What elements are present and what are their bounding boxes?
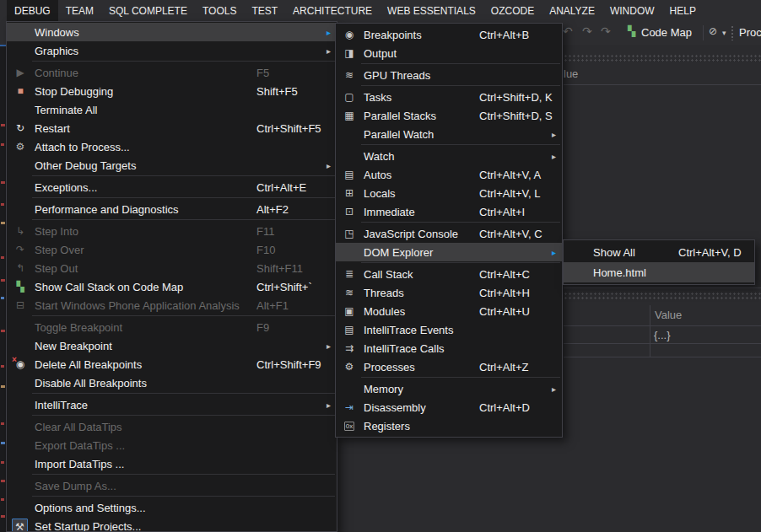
menu-item-dom-explorer[interactable]: DOM Explorer▸ [336, 243, 562, 261]
menu-item-label: Show Call Stack on Code Map [35, 281, 183, 293]
menu-item-graphics[interactable]: Graphics▸ [7, 41, 337, 60]
menu-item-attach-to-process[interactable]: ⚙Attach to Process... [7, 137, 337, 156]
menu-item-autos[interactable]: ▤AutosCtrl+Alt+V, A [336, 165, 562, 184]
menubar-item-ozcode[interactable]: OZCODE [483, 0, 542, 21]
menu-item-threads[interactable]: ≋ThreadsCtrl+Alt+H [336, 283, 562, 302]
menu-item-tasks[interactable]: ▢TasksCtrl+Shift+D, K [336, 88, 562, 106]
menubar-item-tools[interactable]: TOOLS [195, 0, 244, 21]
menu-item-label: Home.html [593, 266, 646, 279]
menu-item-label: Watch [364, 150, 394, 163]
menu-item-step-out[interactable]: ↰Step OutShift+F11 [7, 259, 337, 277]
menu-item-label: GPU Threads [364, 69, 430, 82]
menu-item-icon-empty [8, 498, 32, 517]
menu-item-toggle-breakpoint[interactable]: Toggle BreakpointF9 [7, 318, 337, 336]
menu-item-stop-debugging[interactable]: ■Stop DebuggingShift+F5 [7, 82, 337, 100]
registers-icon: 0x [337, 416, 361, 435]
menu-item-immediate[interactable]: ⊡ImmediateCtrl+Alt+I [336, 202, 562, 221]
menu-item-label: Disassembly [364, 401, 426, 414]
call-stack-icon: ≣ [337, 265, 361, 283]
javascript-console-icon: ◳ [337, 224, 361, 243]
menu-item-locals[interactable]: ⊞LocalsCtrl+Alt+V, L [336, 184, 562, 202]
step-into-icon: ↳ [8, 222, 32, 240]
menu-item-save-dump-as[interactable]: Save Dump As... [7, 476, 337, 495]
menu-separator [32, 61, 335, 62]
menubar-item-team[interactable]: TEAM [58, 0, 101, 21]
step-over-icon: ↷ [8, 240, 32, 259]
menu-item-home-html[interactable]: Home.html [564, 262, 754, 282]
menu-item-memory[interactable]: Memory▸ [336, 379, 562, 398]
attach-to-process-icon: ⚙ [8, 137, 32, 156]
menu-item-disassembly[interactable]: ⇥DisassemblyCtrl+Alt+D [336, 398, 562, 416]
menu-item-parallel-watch[interactable]: Parallel Watch▸ [336, 125, 562, 143]
menubar-item-window[interactable]: WINDOW [602, 0, 662, 21]
menu-item-breakpoints[interactable]: ◉BreakpointsCtrl+Alt+B [336, 25, 562, 44]
menubar-item-architecture[interactable]: ARCHITECTURE [285, 0, 380, 21]
menu-item-modules[interactable]: ▣ModulesCtrl+Alt+U [336, 302, 562, 320]
menu-item-export-datatips[interactable]: Export DataTips ... [7, 436, 337, 454]
debug-menu: Windows▸Graphics▸▶ContinueF5■Stop Debugg… [6, 21, 337, 532]
menu-item-step-into[interactable]: ↳Step IntoF11 [7, 222, 337, 240]
menu-item-label: IntelliTrace Events [364, 324, 453, 336]
menu-item-intellitrace-calls[interactable]: ⇉IntelliTrace Calls [336, 339, 562, 357]
toolbar-drag-handle[interactable] [731, 25, 734, 40]
navigate-backward-icon[interactable]: ↶ [563, 24, 573, 38]
menu-item-registers[interactable]: 0xRegisters [336, 416, 562, 435]
menu-item-label: Step Into [35, 225, 78, 238]
menu-item-icon-empty [337, 125, 361, 143]
menu-item-show-all[interactable]: Show AllCtrl+Alt+V, D [564, 242, 754, 262]
menu-item-icon-empty [8, 336, 32, 355]
menu-item-javascript-console[interactable]: ◳JavaScript ConsoleCtrl+Alt+V, C [336, 224, 562, 243]
menu-item-call-stack[interactable]: ≣Call StackCtrl+Alt+C [336, 265, 562, 283]
chevron-down-icon[interactable]: ▾ [722, 29, 726, 37]
menubar-item-sql-complete[interactable]: SQL COMPLETE [101, 0, 195, 21]
menubar-item-analyze[interactable]: ANALYZE [542, 0, 602, 21]
menu-item-windows[interactable]: Windows▸ [7, 23, 337, 41]
menu-item-label: Parallel Watch [364, 128, 434, 141]
menubar-item-test[interactable]: TEST [244, 0, 285, 21]
menu-item-new-breakpoint[interactable]: New Breakpoint▸ [7, 336, 337, 355]
intellitrace-calls-icon: ⇉ [337, 339, 361, 357]
code-map-button[interactable]: Code Map [641, 26, 692, 39]
menu-separator [361, 63, 560, 64]
menubar-item-web-essentials[interactable]: WEB ESSENTIALS [380, 0, 483, 21]
menu-item-show-call-stack-on-code-map[interactable]: ▚Show Call Stack on Code MapCtrl+Shift+` [7, 277, 337, 296]
watch-row-value[interactable]: {...} [654, 329, 671, 341]
menu-item-clear-all-datatips[interactable]: Clear All DataTips [7, 417, 337, 436]
menu-item-shortcut: Ctrl+Shift+D, S [479, 110, 553, 122]
menu-item-other-debug-targets[interactable]: Other Debug Targets▸ [7, 156, 337, 175]
menu-item-step-over[interactable]: ↷Step OverF10 [7, 240, 337, 259]
menu-item-options-and-settings[interactable]: Options and Settings... [7, 498, 337, 517]
menu-item-set-startup-projects[interactable]: ⚒Set Startup Projects... [7, 517, 337, 532]
menu-item-restart[interactable]: ↻RestartCtrl+Shift+F5 [7, 119, 337, 137]
menu-item-output[interactable]: ◨Output [336, 44, 562, 62]
delete-all-breakpoints-icon: ◉× [8, 355, 32, 373]
menu-item-parallel-stacks[interactable]: ▦Parallel StacksCtrl+Shift+D, S [336, 106, 562, 125]
refresh-icon[interactable]: ↷ [601, 24, 611, 38]
menu-item-gpu-threads[interactable]: ≋GPU Threads [336, 66, 562, 84]
watch-row-border [564, 357, 761, 357]
menu-item-continue[interactable]: ▶ContinueF5 [7, 63, 337, 82]
menubar-item-debug[interactable]: DEBUG [7, 0, 58, 21]
menu-item-performance-and-diagnostics[interactable]: Performance and DiagnosticsAlt+F2 [7, 200, 337, 218]
menubar-item-help[interactable]: HELP [662, 0, 704, 21]
menu-item-intellitrace[interactable]: IntelliTrace▸ [7, 395, 337, 414]
menu-item-exceptions[interactable]: Exceptions...Ctrl+Alt+E [7, 178, 337, 196]
menu-item-processes[interactable]: ⚙ProcessesCtrl+Alt+Z [336, 357, 562, 376]
menu-item-intellitrace-events[interactable]: ▤IntelliTrace Events [336, 320, 562, 339]
watch-column-divider [650, 305, 650, 357]
menu-item-disable-all-breakpoints[interactable]: Disable All Breakpoints [7, 373, 337, 392]
menu-item-start-windows-phone-application-analysis[interactable]: ⊟Start Windows Phone Application Analysi… [7, 296, 337, 314]
menu-item-watch[interactable]: Watch▸ [336, 147, 562, 165]
menu-item-icon-empty [8, 156, 32, 175]
menu-item-label: Processes [364, 361, 415, 373]
menu-item-shortcut: Ctrl+Alt+U [479, 305, 530, 318]
breakpoints-toggle-icon[interactable]: ⊘ [709, 25, 717, 37]
value-column-header-partial: lue [564, 67, 578, 80]
menu-item-delete-all-breakpoints[interactable]: ◉×Delete All BreakpointsCtrl+Shift+F9 [7, 355, 337, 373]
navigate-forward-icon[interactable]: ↷ [582, 24, 592, 38]
menu-item-terminate-all[interactable]: Terminate All [7, 100, 337, 119]
processes-icon: ⚙ [337, 357, 361, 376]
menu-item-import-datatips[interactable]: Import DataTips ... [7, 454, 337, 473]
continue-icon: ▶ [8, 63, 32, 82]
menu-item-shortcut: Ctrl+Alt+Z [479, 361, 529, 373]
